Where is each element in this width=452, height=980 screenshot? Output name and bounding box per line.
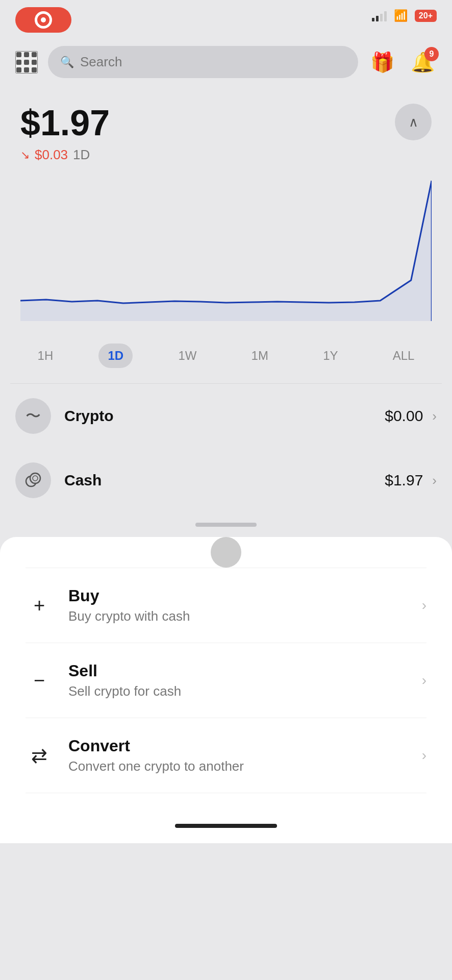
drag-handle-circle[interactable] (211, 537, 241, 568)
convert-icon-wrap: ⇄ (26, 746, 53, 765)
collapse-button[interactable]: ∧ (395, 104, 432, 140)
sell-icon-wrap: − (26, 671, 53, 690)
gift-icon: 🎁 (370, 52, 394, 73)
bottom-sheet: + Buy Buy crypto with cash › − Sell Sell… (0, 537, 452, 814)
header: 🔍 🎁 🔔 9 (0, 41, 452, 88)
price-info: $1.97 ↘ $0.03 1D (20, 104, 110, 163)
convert-chevron-right-icon: › (422, 747, 426, 764)
time-btn-1y[interactable]: 1Y (314, 344, 347, 368)
price-change-amount: $0.03 (35, 147, 68, 163)
convert-text: Convert Convert one crypto to another (68, 737, 422, 774)
price-chart (20, 178, 432, 321)
buy-subtitle: Buy crypto with cash (68, 608, 422, 624)
buy-title: Buy (68, 586, 422, 605)
notification-button[interactable]: 🔔 9 (409, 49, 437, 76)
time-btn-1w[interactable]: 1W (169, 344, 206, 368)
cash-icon-wrap (15, 462, 51, 498)
status-bar: 📶 20+ (357, 0, 452, 28)
chevron-up-icon: ∧ (409, 114, 418, 130)
portfolio-item-cash[interactable]: Cash $1.97 › (10, 448, 442, 512)
buy-chevron-right-icon: › (422, 597, 426, 614)
time-btn-1d[interactable]: 1D (98, 344, 133, 368)
home-indicator (0, 814, 452, 843)
search-bar[interactable]: 🔍 (48, 46, 358, 78)
time-btn-1h[interactable]: 1H (29, 344, 63, 368)
crypto-value: $0.00 (385, 407, 423, 425)
plus-icon: + (34, 596, 45, 615)
sell-action-item[interactable]: − Sell Sell crypto for cash › (26, 643, 426, 718)
portfolio-list: 〜 Crypto $0.00 › Cash $1.97 › (0, 383, 452, 512)
cash-coins-icon (24, 471, 42, 489)
sell-text: Sell Sell crypto for cash (68, 662, 422, 699)
main-price: $1.97 (20, 104, 110, 143)
sell-chevron-right-icon: › (422, 672, 426, 689)
price-change: ↘ $0.03 1D (20, 147, 110, 163)
buy-action-item[interactable]: + Buy Buy crypto with cash › (26, 568, 426, 643)
wifi-icon: 📶 (394, 9, 408, 22)
signal-bars-icon (372, 10, 387, 21)
grid-menu-button[interactable] (15, 51, 38, 74)
cash-label: Cash (64, 472, 385, 489)
battery-indicator: 20+ (415, 10, 437, 22)
sell-title: Sell (68, 662, 422, 680)
status-icons: 📶 20+ (372, 9, 437, 22)
portfolio-item-crypto[interactable]: 〜 Crypto $0.00 › (10, 383, 442, 448)
chart-container (20, 178, 432, 321)
time-btn-1m[interactable]: 1M (242, 344, 278, 368)
crypto-label: Crypto (64, 407, 385, 425)
sell-subtitle: Sell crypto for cash (68, 683, 422, 699)
convert-subtitle: Convert one crypto to another (68, 758, 422, 774)
search-input[interactable] (80, 54, 346, 70)
buy-text: Buy Buy crypto with cash (68, 586, 422, 624)
crypto-chevron-right-icon: › (432, 408, 437, 424)
convert-title: Convert (68, 737, 422, 755)
buy-icon-wrap: + (26, 596, 53, 615)
time-btn-all[interactable]: ALL (384, 344, 424, 368)
gift-button[interactable]: 🎁 (368, 49, 396, 76)
cash-value: $1.97 (385, 472, 423, 489)
main-content: $1.97 ↘ $0.03 1D ∧ (0, 88, 452, 331)
notification-badge: 9 (424, 47, 439, 61)
minus-icon: − (34, 671, 45, 690)
home-bar (175, 824, 277, 828)
price-change-period: 1D (73, 147, 90, 163)
target-logo (15, 7, 71, 33)
convert-arrows-icon: ⇄ (31, 746, 47, 765)
convert-action-item[interactable]: ⇄ Convert Convert one crypto to another … (26, 718, 426, 793)
time-range-selector: 1H 1D 1W 1M 1Y ALL (0, 331, 452, 383)
crypto-chart-icon: 〜 (26, 406, 41, 427)
crypto-icon-wrap: 〜 (15, 398, 51, 434)
search-icon: 🔍 (60, 56, 74, 69)
scroll-indicator (0, 512, 452, 532)
svg-rect-0 (20, 178, 432, 321)
svg-point-4 (30, 473, 40, 483)
header-actions: 🎁 🔔 9 (368, 49, 437, 76)
price-change-arrow: ↘ (20, 149, 30, 162)
target-logo-center (41, 17, 46, 22)
scroll-pill (195, 523, 257, 527)
target-logo-ring (35, 11, 52, 29)
cash-chevron-right-icon: › (432, 473, 437, 488)
price-section: $1.97 ↘ $0.03 1D ∧ (20, 104, 432, 163)
